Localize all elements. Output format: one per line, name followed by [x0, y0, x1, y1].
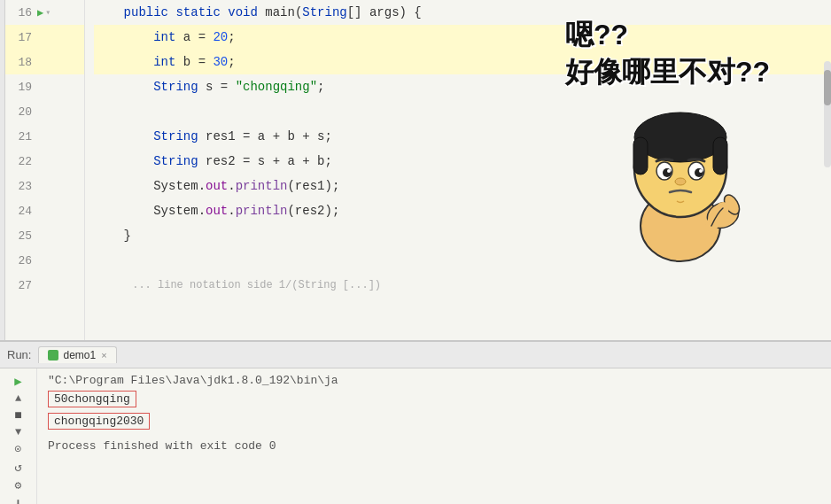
svg-rect-6: [713, 137, 727, 174]
camera-button[interactable]: ⊙: [9, 442, 28, 456]
meme-text-container: 嗯?? 好像哪里不对??: [565, 18, 770, 93]
line-row-17: 17: [5, 25, 84, 50]
up-button[interactable]: ▲: [9, 392, 28, 405]
run-panel-body: ▶ ▲ ■ ▼ ⊙ ↺ ⚙ ⬇ ↩ ⊟ "C:\Program Files\Ja…: [0, 368, 831, 504]
line-num-21: 21: [12, 130, 32, 143]
line-row-22: 22: [5, 149, 84, 174]
down-button[interactable]: ▼: [9, 426, 28, 438]
line-row-24: 24: [5, 198, 84, 223]
rerun-button[interactable]: ↺: [9, 460, 28, 475]
line-num-25: 25: [12, 229, 32, 243]
editor-area: 16 ▶ ▾ 17 18 19 20 21: [0, 0, 831, 340]
svg-point-10: [695, 168, 703, 177]
line-num-23: 23: [12, 180, 32, 193]
run-tab-bar: Run: demo1 ×: [0, 342, 831, 368]
svg-point-11: [667, 169, 671, 173]
gear-button[interactable]: ⚙: [9, 478, 28, 492]
close-tab-icon[interactable]: ×: [101, 350, 106, 361]
run-output: "C:\Program Files\Java\jdk1.8.0_192\bin\…: [37, 368, 831, 504]
line-row-20: 20: [5, 99, 84, 124]
line-row-25: 25: [5, 223, 84, 248]
line-row-16: 16 ▶ ▾: [5, 0, 84, 25]
run-tab-name: demo1: [63, 349, 96, 361]
line-row-23: 23: [5, 174, 84, 198]
fold-icon-16: ▾: [45, 7, 50, 18]
main-container: 16 ▶ ▾ 17 18 19 20 21: [0, 0, 831, 504]
run-tab-icon: [48, 350, 58, 361]
output-path: "C:\Program Files\Java\jdk1.8.0_192\bin\…: [48, 374, 820, 387]
line-num-20: 20: [12, 105, 32, 119]
run-label: Run:: [7, 348, 31, 361]
meme-character: [592, 84, 769, 270]
line-num-16: 16: [12, 6, 32, 19]
line-row-21: 21: [5, 124, 84, 149]
run-arrow-16[interactable]: ▶: [37, 6, 43, 19]
line-num-17: 17: [12, 31, 32, 44]
svg-point-9: [663, 168, 672, 177]
meme-line1: 嗯??: [565, 18, 770, 51]
output-result2-container: chongqing2030: [48, 413, 820, 432]
line-row-19: 19: [5, 74, 84, 99]
run-tab-demo1[interactable]: demo1 ×: [38, 346, 116, 363]
import-button[interactable]: ⬇: [9, 496, 28, 504]
output-exit-message: Process finished with exit code 0: [48, 439, 820, 453]
run-panel: Run: demo1 × ▶ ▲ ■ ▼ ⊙ ↺ ⚙ ⬇ ↩ ⊟: [0, 340, 831, 504]
line-row-27: 27: [5, 273, 84, 298]
svg-rect-4: [634, 133, 726, 152]
output-result1-container: 50chongqing: [48, 391, 820, 410]
line-num-18: 18: [12, 56, 32, 69]
output-result1: 50chongqing: [48, 391, 136, 407]
line-numbers: 16 ▶ ▾ 17 18 19 20 21: [5, 0, 85, 340]
line-row-18: 18: [5, 50, 84, 74]
line-num-22: 22: [12, 155, 32, 168]
scroll-thumb[interactable]: [824, 70, 831, 105]
svg-point-13: [675, 178, 686, 185]
line-row-26: 26: [5, 248, 84, 273]
svg-point-12: [699, 169, 703, 173]
line-num-27: 27: [12, 279, 32, 292]
stop-button[interactable]: ■: [9, 408, 28, 423]
line-num-19: 19: [12, 81, 32, 94]
run-sidebar: ▶ ▲ ■ ▼ ⊙ ↺ ⚙ ⬇ ↩ ⊟: [0, 368, 37, 504]
play-button[interactable]: ▶: [9, 374, 28, 389]
line-num-24: 24: [12, 205, 32, 218]
output-result2: chongqing2030: [48, 413, 150, 430]
svg-rect-5: [633, 137, 648, 174]
meme-overlay: 嗯?? 好像哪里不对??: [565, 18, 822, 275]
line-num-26: 26: [12, 254, 32, 268]
code-line-27: ... line notation side 1/(String [...]): [94, 273, 831, 298]
scrollbar[interactable]: [824, 61, 831, 167]
